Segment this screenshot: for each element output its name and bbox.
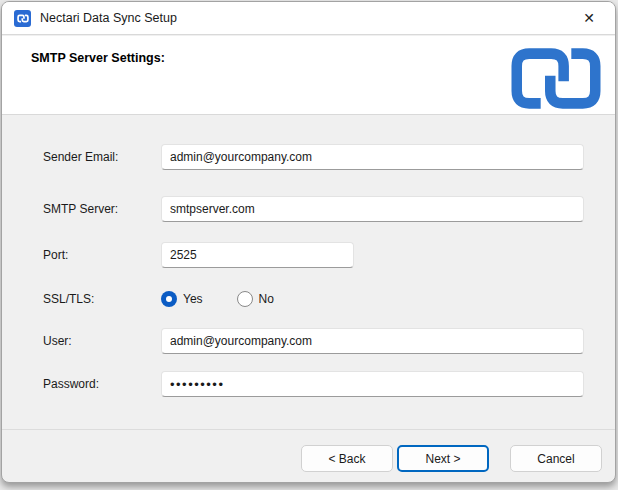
ssl-tls-radio-group: Yes No [161,290,308,308]
radio-unselected-icon[interactable] [237,291,253,307]
user-label: User: [43,328,72,354]
sender-email-label: Sender Email: [43,144,118,170]
password-field[interactable] [161,371,584,397]
ssl-yes-option[interactable]: Yes [161,291,203,307]
radio-selected-icon[interactable] [161,291,177,307]
nectari-logo-icon [14,10,31,27]
page-title: SMTP Server Settings: [31,51,165,65]
ssl-yes-label: Yes [183,292,203,306]
ssl-no-option[interactable]: No [237,291,274,307]
nectari-logo-icon-glyph [17,14,29,23]
setup-wizard-window: Nectari Data Sync Setup ✕ SMTP Server Se… [1,1,616,483]
nectari-logo [508,45,604,112]
smtp-server-field[interactable] [161,196,584,222]
cancel-button[interactable]: Cancel [510,445,602,472]
title-bar: Nectari Data Sync Setup ✕ [2,2,615,35]
port-label: Port: [43,242,68,268]
banner: SMTP Server Settings: [2,36,615,115]
ssl-tls-label: SSL/TLS: [43,290,94,308]
back-button[interactable]: < Back [301,445,393,472]
next-button[interactable]: Next > [397,445,489,472]
close-icon[interactable]: ✕ [569,2,609,34]
window-title: Nectari Data Sync Setup [40,11,177,25]
ssl-no-label: No [259,292,274,306]
port-field[interactable] [161,242,354,268]
footer-divider [2,429,615,430]
sender-email-field[interactable] [161,144,584,170]
smtp-server-label: SMTP Server: [43,196,118,222]
password-label: Password: [43,371,99,397]
user-field[interactable] [161,328,584,354]
